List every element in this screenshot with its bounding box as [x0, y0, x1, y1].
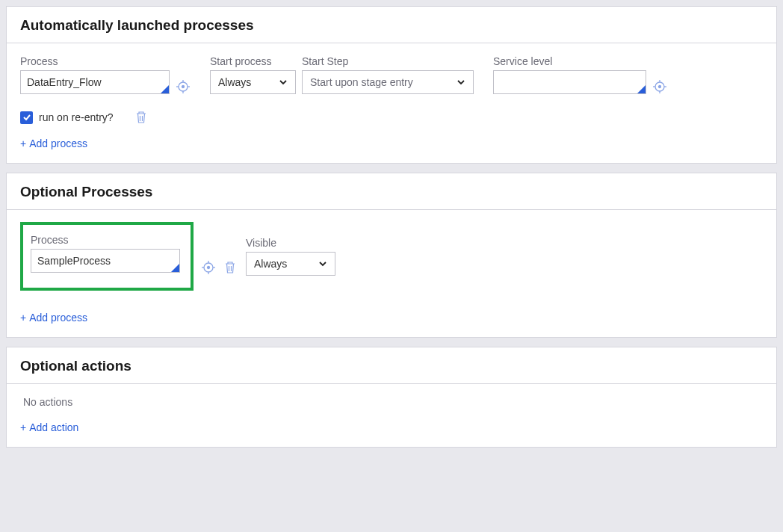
add-action-link[interactable]: + Add action [20, 421, 78, 433]
label-service-level: Service level [493, 55, 646, 67]
label-visible: Visible [246, 237, 335, 249]
label-start-step: Start Step [302, 55, 474, 67]
trash-icon[interactable] [133, 109, 149, 126]
label-start-process: Start process [210, 55, 296, 67]
target-icon[interactable] [176, 79, 191, 94]
panel-optional-processes: Optional Processes Process SampleProcess [6, 173, 777, 338]
select-start-process-value: Always [218, 76, 251, 88]
target-icon[interactable] [201, 260, 216, 275]
field-visible: Visible Always [246, 237, 335, 291]
chevron-down-icon [318, 259, 327, 268]
resize-corner-icon [161, 85, 169, 93]
panel-optional-actions: Optional actions No actions + Add action [6, 347, 777, 448]
plus-icon: + [20, 137, 26, 149]
field-start-process: Start process Always [210, 55, 296, 94]
no-actions-text: No actions [23, 396, 763, 408]
svg-point-1 [182, 86, 185, 88]
label-process: Process [20, 55, 170, 67]
input-optional-process-value: SampleProcess [37, 255, 111, 267]
panel-auto-processes: Automatically launched processes Process… [6, 6, 777, 164]
checkbox-reentry[interactable] [20, 111, 33, 124]
add-process-label-optional: Add process [29, 312, 87, 324]
field-service-level: Service level [493, 55, 646, 94]
add-action-label: Add action [29, 421, 78, 433]
input-service-level[interactable] [493, 70, 646, 94]
resize-corner-icon [637, 85, 646, 93]
panel-title-optional-processes: Optional Processes [7, 173, 776, 210]
optional-process-row: Process SampleProcess [20, 222, 763, 291]
panel-title-optional-actions: Optional actions [7, 347, 776, 384]
add-process-link-auto[interactable]: + Add process [20, 137, 87, 149]
svg-point-7 [659, 86, 661, 88]
input-optional-process[interactable]: SampleProcess [31, 249, 180, 273]
input-process-value: DataEntry_Flow [27, 76, 102, 88]
panel-title-auto: Automatically launched processes [7, 7, 776, 43]
trash-icon[interactable] [222, 259, 238, 276]
chevron-down-icon [279, 78, 288, 87]
target-icon[interactable] [652, 79, 667, 94]
add-process-link-optional[interactable]: + Add process [20, 312, 87, 324]
resize-corner-icon [171, 264, 179, 272]
select-start-step[interactable]: Start upon stage entry [302, 70, 474, 94]
field-start-step: Start Step Start upon stage entry [302, 55, 474, 94]
field-optional-process: Process SampleProcess [31, 234, 180, 273]
checkbox-row-reentry: run on re-entry? [20, 109, 763, 126]
input-process[interactable]: DataEntry_Flow [20, 70, 170, 94]
select-visible-value: Always [254, 258, 287, 270]
highlight-box: Process SampleProcess [20, 222, 194, 291]
plus-icon: + [20, 312, 26, 324]
chevron-down-icon [457, 78, 465, 87]
select-start-process[interactable]: Always [210, 70, 296, 94]
auto-process-row: Process DataEntry_Flow Start process Alw… [20, 55, 763, 94]
select-start-step-value: Start upon stage entry [310, 76, 413, 88]
field-process: Process DataEntry_Flow [20, 55, 170, 94]
add-process-label: Add process [29, 137, 87, 149]
checkbox-reentry-label: run on re-entry? [39, 111, 114, 123]
svg-point-15 [208, 267, 210, 269]
select-visible[interactable]: Always [246, 252, 335, 276]
label-optional-process: Process [31, 234, 180, 246]
plus-icon: + [20, 421, 26, 433]
